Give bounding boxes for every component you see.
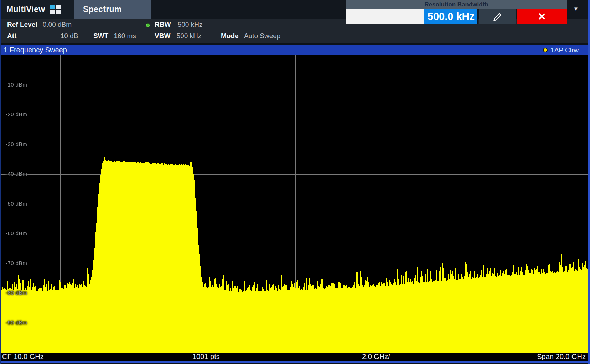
y-axis-label: -60 dBm [6, 230, 27, 236]
rbw-input-selected-text: 500.0 kHz [424, 9, 477, 24]
text-cursor [477, 9, 478, 24]
rbw-coupling-led [146, 23, 150, 27]
swt-label: SWT [93, 32, 108, 40]
per-division-field[interactable]: 2.0 GHz/ [362, 353, 390, 361]
sweep-points-field[interactable]: 1001 pts [192, 353, 220, 361]
y-axis-label: -50 dBm [6, 201, 27, 207]
vbw-label: VBW [155, 32, 170, 40]
rbw-value-input[interactable]: 500.0 kHz [346, 9, 478, 24]
att-field[interactable]: Att 10 dB [7, 32, 78, 40]
close-popup-button[interactable]: ✕ [517, 9, 567, 24]
trace-label: 1AP Clrw [550, 46, 579, 54]
close-icon: ✕ [538, 12, 546, 22]
mode-label: Mode [221, 32, 239, 40]
y-axis-label: -70 dBm [6, 260, 27, 266]
tab-multiview[interactable]: MultiView [1, 0, 74, 19]
ref-level-field[interactable]: Ref Level 0.00 dBm [7, 21, 72, 28]
edit-keyboard-button[interactable] [479, 9, 516, 24]
rbw-label: RBW [155, 21, 171, 28]
y-axis-label: -90 dBm [6, 319, 27, 326]
span-field[interactable]: Span 20.0 GHz [537, 353, 586, 361]
footer-bar: CF 10.0 GHz 1001 pts 2.0 GHz/ Span 20.0 … [1, 353, 589, 361]
rbw-value: 500 kHz [178, 21, 203, 28]
multiview-grid-icon [50, 5, 61, 14]
rbw-field[interactable]: RBW 500 kHz [155, 21, 202, 28]
att-value: 10 dB [61, 32, 78, 40]
ref-level-value: 0.00 dBm [43, 21, 72, 28]
center-frequency-field[interactable]: CF 10.0 GHz [2, 353, 44, 361]
rbw-popup-title: Resolution Bandwidth [424, 1, 488, 8]
tab-multiview-label: MultiView [6, 5, 45, 14]
rbw-entry-popup: Resolution Bandwidth 500.0 kHz ✕ [346, 0, 567, 24]
trace-color-dot [543, 48, 548, 52]
right-border [588, 0, 590, 364]
result-window-titlebar: 1 Frequency Sweep 1AP Clrw [1, 45, 589, 55]
dropdown-arrow-icon[interactable]: ▼ [573, 6, 579, 12]
tab-spectrum[interactable]: Spectrum [74, 0, 151, 19]
y-axis-label: -20 dBm [6, 111, 27, 117]
att-label: Att [7, 32, 16, 40]
result-window-title: 1 Frequency Sweep [4, 46, 543, 54]
mode-field[interactable]: Mode Auto Sweep [221, 32, 280, 40]
swt-field[interactable]: SWT 160 ms [93, 32, 136, 40]
tab-spectrum-label: Spectrum [83, 5, 121, 14]
y-axis-label: -30 dBm [6, 141, 27, 147]
y-axis-label: -40 dBm [6, 171, 27, 177]
pencil-icon [492, 11, 503, 22]
bottom-border [1, 361, 590, 363]
ref-level-label: Ref Level [7, 21, 37, 28]
spectrum-canvas [1, 55, 589, 353]
y-axis-label: -10 dBm [6, 82, 27, 88]
plot-area[interactable]: -10 dBm-20 dBm-30 dBm-40 dBm-50 dBm-60 d… [1, 55, 589, 353]
spectrum-analyzer-screen: MultiView Spectrum Ref Level 0.00 dBm RB… [0, 0, 590, 364]
rbw-popup-header: Resolution Bandwidth [346, 0, 567, 9]
trace-legend[interactable]: 1AP Clrw [543, 46, 579, 54]
vbw-field[interactable]: VBW 500 kHz [155, 32, 201, 40]
vbw-value: 500 kHz [177, 32, 202, 40]
y-axis-label: -80 dBm [6, 290, 27, 296]
swt-value: 160 ms [114, 32, 136, 40]
mode-value: Auto Sweep [244, 32, 280, 40]
